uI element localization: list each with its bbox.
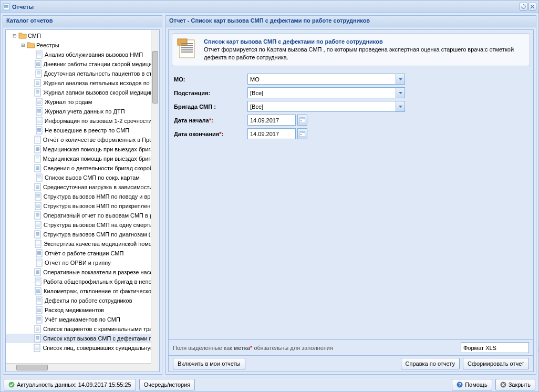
tree-node[interactable]: Дефекты по работе сотрудников	[6, 296, 151, 305]
svg-rect-93	[36, 216, 39, 217]
svg-rect-42	[37, 121, 41, 121]
expander-icon[interactable]: ⊞	[19, 43, 27, 48]
dropdown-trigger-icon[interactable]	[396, 88, 405, 98]
svg-rect-56	[36, 148, 39, 149]
horizontal-scrollbar[interactable]	[6, 363, 151, 372]
svg-rect-20	[36, 81, 39, 81]
substation-input[interactable]	[248, 88, 396, 98]
tree-node[interactable]: Отчёт о количестве оформленных в ПроМе	[6, 135, 151, 145]
tree-node[interactable]: Расход медикаментов	[6, 305, 151, 315]
date-end-input[interactable]	[247, 128, 296, 139]
tree-node[interactable]: ⊟СМП	[6, 31, 151, 40]
tree-node[interactable]: Медицинская помощь при выездах бригад с	[6, 154, 151, 163]
tree-node[interactable]: ⊞Реестры	[6, 40, 151, 50]
tree-node[interactable]: Среднесуточная нагрузка в зависимости от	[6, 182, 151, 192]
svg-rect-132	[36, 291, 40, 292]
close-button[interactable]: Закрыть	[495, 379, 535, 390]
help-button[interactable]: ? Помощь	[452, 379, 492, 390]
tree-node[interactable]: Журнал анализа летальных исходов по СС	[6, 78, 151, 88]
close-window-button[interactable]	[528, 3, 536, 11]
tree-node[interactable]: Список лиц, совершивших суицидальную пс	[6, 343, 151, 353]
svg-rect-88	[36, 207, 40, 208]
svg-rect-81	[36, 195, 40, 196]
svg-rect-158	[36, 339, 39, 340]
svg-rect-122	[36, 272, 39, 273]
svg-rect-52	[36, 140, 39, 140]
svg-rect-36	[37, 110, 41, 111]
tree-node[interactable]: Медицинская помощь при выездах бригад с	[6, 145, 151, 154]
generate-report-button[interactable]: Сформировать отчет	[463, 358, 529, 369]
svg-rect-138	[37, 302, 41, 302]
tree-node[interactable]: Структура вызовов СМП по диагнозам (в р	[6, 230, 151, 239]
description-text: Отчет формируется по Картам вызова СМП ,…	[204, 46, 514, 60]
document-icon	[35, 315, 44, 324]
tree-node[interactable]: Структура вызовов СМП на одну смерть в	[6, 220, 151, 230]
expander-icon[interactable]: ⊟	[11, 34, 18, 38]
catalog-header: Каталог отчетов	[3, 16, 162, 27]
queue-history-button[interactable]: Очередь/история	[139, 379, 195, 390]
tree-node[interactable]: Не вошедшие в реестр по СМП	[6, 126, 151, 135]
tree-node[interactable]: Журнал по родам	[6, 97, 151, 107]
tree-node[interactable]: Список вызов СМП по сокр. картам	[6, 173, 151, 182]
svg-rect-112	[37, 253, 41, 254]
tree-node[interactable]: Дневник работы станции скорой медицинс	[6, 59, 151, 69]
document-icon	[34, 183, 42, 191]
svg-rect-28	[36, 94, 39, 94]
tree-node-label: Журнал записи вызовов скорой медицинск	[43, 89, 151, 96]
svg-rect-97	[36, 225, 40, 225]
tree-node[interactable]: Отчёт по ОРВИ и гриппу	[6, 258, 151, 267]
tree-node[interactable]: Километраж, отклонение от фактического	[6, 286, 151, 296]
tree-node[interactable]: Экспертиза качества медицинской помощ	[6, 239, 151, 249]
brigade-input[interactable]	[248, 101, 396, 111]
tree-node[interactable]: Работа общепрофильных бригад в неполн	[6, 277, 151, 286]
svg-rect-131	[36, 290, 40, 291]
svg-rect-103	[36, 235, 39, 236]
svg-rect-136	[37, 300, 41, 300]
svg-rect-83	[36, 198, 40, 198]
tree-node[interactable]: Оперативный отчет по вызовам СМП в раз	[6, 211, 151, 220]
tree-node[interactable]: Анализ обслуживания вызовов НМП	[6, 50, 151, 59]
tree-node[interactable]: Журнал учета данных по ДТП	[6, 107, 151, 116]
format-input[interactable]	[461, 343, 538, 353]
tree-node[interactable]: Учёт медикаментов по СМП	[6, 315, 151, 324]
tree-node[interactable]: Структура вызовов НМП по прикреплению	[6, 201, 151, 211]
tree-node[interactable]: Отчёт о работе станции СМП	[6, 249, 151, 258]
date-start-input[interactable]	[247, 115, 296, 126]
tree-node[interactable]: Структура вызовов НМП по поводу и врем	[6, 192, 151, 201]
calendar-icon[interactable]	[297, 115, 307, 126]
actuality-button[interactable]: Актуальность данных: 14.09.2017 15:55:25	[4, 379, 136, 390]
report-help-button[interactable]: Справка по отчету	[401, 358, 460, 369]
document-icon	[34, 334, 42, 343]
vertical-scrollbar[interactable]	[151, 30, 159, 363]
brigade-combo[interactable]	[247, 101, 405, 112]
svg-rect-10	[36, 62, 40, 63]
calendar-icon[interactable]	[297, 128, 307, 139]
mo-combo[interactable]	[247, 74, 405, 85]
document-icon	[34, 145, 42, 153]
tree-node[interactable]: Список пациентов с криминальными травм	[6, 324, 151, 334]
dropdown-trigger-icon[interactable]	[396, 101, 405, 111]
mo-input[interactable]	[248, 74, 396, 84]
tree-node[interactable]: Журнал записи вызовов скорой медицинск	[6, 88, 151, 97]
tree-node[interactable]: Оперативные показатели в разрезе населе	[6, 267, 151, 277]
tree-node-label: Работа общепрофильных бригад в неполн	[44, 278, 151, 285]
tree-node[interactable]: Список карт вызова СМП с дефектами по р	[6, 334, 151, 343]
svg-rect-45	[37, 128, 41, 129]
format-combo[interactable]	[461, 342, 529, 353]
refresh-button[interactable]	[520, 3, 527, 11]
tree-node[interactable]: Досуточная летальность пациентов в ста	[6, 69, 151, 78]
svg-rect-118	[37, 264, 41, 264]
substation-combo[interactable]	[247, 87, 405, 98]
svg-rect-68	[36, 169, 39, 170]
svg-rect-12	[36, 64, 40, 65]
folder-icon	[27, 41, 35, 49]
tree-node[interactable]: Сведения о деятельности бригад скорой м	[6, 163, 151, 173]
tree-node-label: Структура вызовов СМП по диагнозам (в р	[43, 231, 151, 238]
document-icon	[35, 249, 44, 257]
svg-rect-145	[37, 317, 41, 318]
dropdown-trigger-icon[interactable]	[396, 74, 405, 84]
include-my-reports-button[interactable]: Включить в мои отчеты	[173, 358, 245, 369]
tree-node[interactable]: Информация по вызовам 1-2 срочности	[6, 116, 151, 126]
svg-rect-60	[36, 157, 39, 157]
report-tree[interactable]: ⊟СМП⊞РеестрыАнализ обслуживания вызовов …	[6, 30, 151, 354]
